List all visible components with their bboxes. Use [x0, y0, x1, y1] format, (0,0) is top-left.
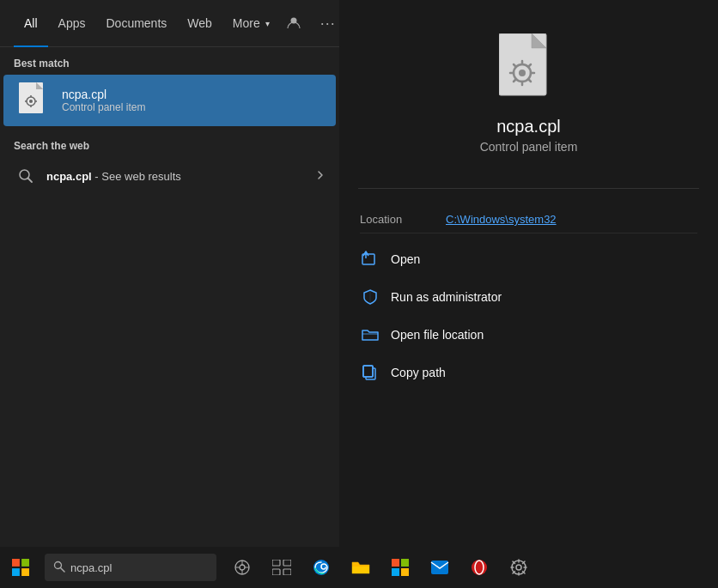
svg-point-35	[240, 565, 245, 570]
open-icon	[360, 249, 380, 270]
location-row: Location C:\Windows\system32	[360, 206, 697, 233]
taskbar-search-icon	[53, 561, 65, 575]
copy-icon	[360, 362, 380, 383]
action-admin-label: Run as administrator	[391, 290, 502, 304]
action-open-location[interactable]: Open file location	[360, 316, 697, 354]
tab-more[interactable]: More ▾	[222, 0, 280, 47]
svg-rect-41	[283, 560, 291, 566]
file-icon-small	[17, 83, 52, 118]
svg-rect-30	[12, 568, 20, 576]
location-label: Location	[360, 213, 446, 226]
svg-rect-47	[401, 559, 409, 567]
location-value[interactable]: C:\Windows\system32	[446, 213, 557, 226]
divider	[358, 188, 699, 189]
svg-point-51	[472, 560, 487, 575]
nav-actions: ···	[280, 9, 342, 37]
search-web-label: Search the web	[0, 126, 339, 157]
svg-rect-43	[283, 569, 291, 575]
multi-desktop-button[interactable]	[263, 547, 301, 588]
profile-button[interactable]	[280, 9, 307, 37]
taskbar: ncpa.cpl	[0, 547, 718, 588]
svg-rect-28	[12, 559, 20, 567]
nav-tabs: All Apps Documents Web More ▾	[0, 0, 339, 47]
svg-rect-29	[21, 559, 29, 567]
svg-rect-48	[392, 568, 399, 576]
right-panel: ncpa.cpl Control panel item Location C:\…	[339, 0, 718, 547]
best-match-name: ncpa.cpl	[62, 88, 145, 101]
action-copy-label: Copy path	[391, 366, 446, 379]
taskbar-search-box[interactable]: ncpa.cpl	[45, 554, 216, 581]
action-open[interactable]: Open	[360, 240, 697, 278]
file-explorer-button[interactable]	[342, 547, 380, 588]
tab-documents[interactable]: Documents	[95, 0, 177, 47]
svg-point-13	[519, 70, 526, 76]
search-window: All Apps Documents Web More ▾	[0, 0, 718, 547]
arrow-right-icon	[315, 168, 326, 184]
svg-rect-31	[21, 568, 29, 576]
svg-rect-26	[363, 366, 373, 377]
svg-rect-49	[401, 568, 409, 576]
mail-button[interactable]	[421, 547, 459, 588]
file-preview: ncpa.cpl Control panel item	[463, 0, 595, 171]
tab-apps[interactable]: Apps	[48, 0, 96, 47]
file-details: Location C:\Windows\system32	[339, 206, 718, 233]
file-icon-large	[495, 34, 563, 103]
action-run-as-admin[interactable]: Run as administrator	[360, 278, 697, 316]
more-options-button[interactable]: ···	[314, 9, 342, 37]
svg-rect-46	[392, 559, 399, 567]
shield-icon	[360, 287, 380, 307]
action-open-label: Open	[391, 252, 420, 266]
tab-web[interactable]: Web	[177, 0, 222, 47]
svg-point-54	[516, 565, 521, 570]
svg-rect-45	[352, 567, 369, 573]
svg-point-3	[29, 100, 33, 103]
svg-rect-40	[272, 560, 280, 566]
svg-line-9	[28, 179, 33, 183]
start-button[interactable]	[0, 547, 41, 588]
edge-browser-button[interactable]	[302, 547, 340, 588]
left-panel: All Apps Documents Web More ▾	[0, 0, 339, 547]
search-web-text: ncpa.cpl - See web results	[46, 170, 315, 183]
taskbar-icons	[223, 547, 538, 588]
opera-button[interactable]	[460, 547, 498, 588]
tab-all[interactable]: All	[14, 0, 48, 47]
taskbar-search-text: ncpa.cpl	[70, 561, 112, 574]
best-match-info: ncpa.cpl Control panel item	[62, 88, 145, 113]
task-view-button[interactable]	[223, 547, 261, 588]
actions-list: Open Run as administrator	[339, 240, 718, 391]
folder-icon	[360, 324, 380, 345]
ms-store-button[interactable]	[381, 547, 419, 588]
action-location-label: Open file location	[391, 328, 484, 342]
search-icon	[14, 164, 38, 188]
search-web-item[interactable]: ncpa.cpl - See web results	[0, 157, 339, 195]
settings-button[interactable]	[500, 547, 538, 588]
best-match-desc: Control panel item	[62, 101, 145, 113]
action-copy-path[interactable]: Copy path	[360, 354, 697, 391]
file-type: Control panel item	[480, 140, 578, 154]
svg-line-33	[61, 567, 65, 572]
best-match-item[interactable]: ncpa.cpl Control panel item	[3, 75, 336, 126]
svg-rect-42	[272, 569, 280, 575]
best-match-label: Best match	[0, 47, 339, 75]
file-name: ncpa.cpl	[496, 117, 561, 136]
svg-rect-50	[431, 561, 448, 574]
chevron-down-icon: ▾	[265, 19, 270, 28]
